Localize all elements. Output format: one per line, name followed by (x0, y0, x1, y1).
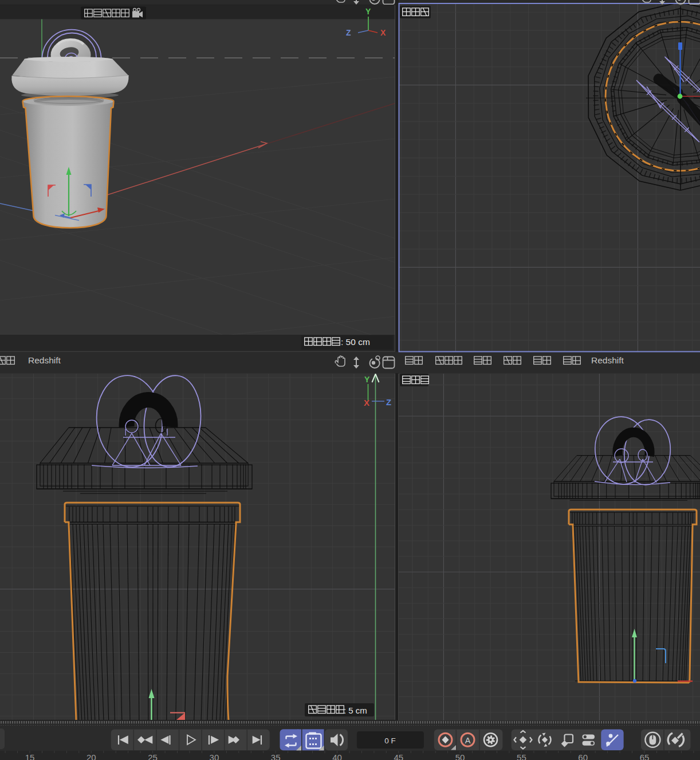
svg-text:Redshift: Redshift (28, 355, 61, 365)
svg-text:65: 65 (640, 753, 650, 760)
svg-text:40: 40 (332, 753, 342, 760)
svg-text:60: 60 (578, 753, 588, 760)
svg-text:20: 20 (86, 753, 96, 760)
svg-text:55: 55 (517, 753, 526, 760)
svg-text:35: 35 (271, 753, 281, 760)
svg-text:50: 50 (455, 753, 465, 760)
svg-text:Redshift: Redshift (591, 355, 624, 365)
svg-text:Y: Y (364, 375, 370, 384)
svg-text:Z: Z (346, 28, 351, 37)
svg-text:45: 45 (394, 753, 403, 760)
svg-text:25: 25 (148, 753, 158, 760)
svg-text:Y: Y (365, 7, 371, 16)
svg-text:X: X (380, 28, 386, 37)
svg-text:: 5 cm: : 5 cm (344, 706, 367, 715)
svg-text:X: X (364, 398, 369, 408)
svg-text:: 50 cm: : 50 cm (341, 337, 370, 347)
svg-text:Z: Z (386, 397, 391, 407)
svg-text:A: A (465, 736, 471, 745)
svg-text:30: 30 (210, 753, 219, 760)
svg-text:15: 15 (25, 753, 35, 760)
svg-text:0 F: 0 F (384, 737, 396, 745)
